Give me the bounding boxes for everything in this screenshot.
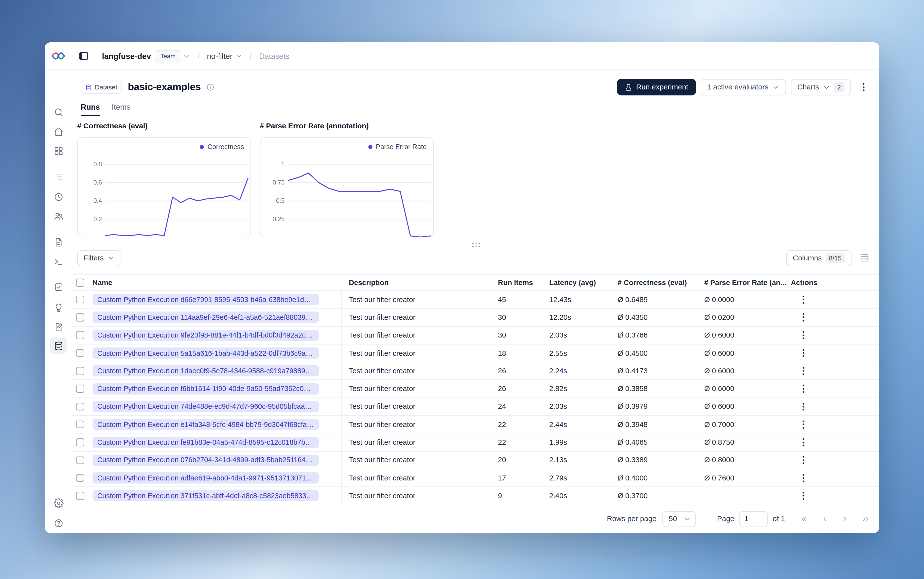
resize-drag-handle[interactable] <box>470 241 482 250</box>
next-page-button[interactable] <box>837 511 853 527</box>
scores-icon[interactable] <box>50 299 67 316</box>
latency-value: 2.79s <box>549 474 618 482</box>
chevron-down-icon <box>823 83 830 91</box>
parse-error-value: Ø 0.6000 <box>704 384 791 393</box>
run-name-link[interactable]: Custom Python Execution fe91b83e-04a5-47… <box>92 437 319 448</box>
tab-items[interactable]: Items <box>112 103 130 116</box>
charts-dropdown[interactable]: Charts 2 <box>791 79 851 95</box>
run-name-link[interactable]: Custom Python Execution 74de488e-ec9d-47… <box>92 401 319 412</box>
row-actions-button[interactable] <box>796 311 810 324</box>
row-checkbox[interactable] <box>76 349 84 357</box>
tracing-icon[interactable] <box>50 168 67 185</box>
runs-table: Name Description Run Items Latency (avg)… <box>72 275 880 505</box>
evaluators-dropdown[interactable]: 1 active evaluators <box>701 79 786 95</box>
row-checkbox[interactable] <box>76 331 84 339</box>
search-icon[interactable] <box>50 104 67 120</box>
run-name-link[interactable]: Custom Python Execution 114aa9ef-29e6-4e… <box>92 312 319 323</box>
table-body: Custom Python Execution d66e7991-8595-45… <box>72 291 880 505</box>
tab-runs[interactable]: Runs <box>80 103 100 116</box>
row-actions-button[interactable] <box>796 417 810 432</box>
rows-per-page-value: 50 <box>669 515 677 523</box>
team-badge: Team <box>156 50 180 62</box>
breadcrumb-section[interactable]: Datasets <box>259 51 290 61</box>
run-name-link[interactable]: Custom Python Execution f6bb1614-1f90-40… <box>92 383 319 394</box>
sessions-icon[interactable] <box>50 188 67 205</box>
table-row: Custom Python Execution 371f531c-abff-4d… <box>72 487 880 505</box>
breadcrumb-project[interactable]: langfuse-dev <box>102 51 151 61</box>
row-checkbox[interactable] <box>76 456 84 464</box>
run-name-link[interactable]: Custom Python Execution 9fe23f98-881e-44… <box>92 330 319 341</box>
run-description: Test our filter creator <box>342 420 498 429</box>
row-checkbox[interactable] <box>76 474 84 482</box>
row-checkbox[interactable] <box>76 296 84 304</box>
row-checkbox[interactable] <box>76 420 84 429</box>
table-row: Custom Python Execution adfae619-abb0-4d… <box>72 469 880 487</box>
more-options-button[interactable] <box>856 79 871 95</box>
row-checkbox[interactable] <box>76 313 84 321</box>
row-actions-button[interactable] <box>796 364 810 378</box>
info-icon[interactable] <box>206 83 214 91</box>
row-checkbox[interactable] <box>76 492 84 500</box>
correctness-value: Ø 0.4350 <box>618 313 704 321</box>
row-actions-button[interactable] <box>796 293 810 306</box>
breadcrumb-environment[interactable]: no-filter <box>207 51 233 61</box>
row-actions-button[interactable] <box>796 489 810 503</box>
pagination-controls <box>796 511 873 527</box>
legend-label: Parse Error Rate <box>376 143 426 150</box>
columns-button[interactable]: Columns 8/15 <box>786 250 852 266</box>
run-items-value: 26 <box>498 384 549 393</box>
home-icon[interactable] <box>50 123 67 140</box>
latency-value: 2.40s <box>549 492 618 500</box>
correctness-value: Ø 0.3766 <box>618 331 704 339</box>
row-checkbox[interactable] <box>76 438 84 446</box>
annotation-icon[interactable] <box>50 319 67 335</box>
dashboards-icon[interactable] <box>50 142 67 159</box>
evaluation-icon[interactable] <box>50 279 67 295</box>
row-actions-button[interactable] <box>796 346 810 360</box>
correctness-chart: 0.80.60.40.2 <box>78 138 251 237</box>
chevron-down-icon[interactable] <box>235 52 242 60</box>
langfuse-logo-icon <box>51 51 66 61</box>
run-items-value: 18 <box>498 349 549 357</box>
last-page-button[interactable] <box>857 511 873 527</box>
filters-button[interactable]: Filters <box>77 250 121 266</box>
chevron-down-icon[interactable] <box>183 52 190 60</box>
first-page-button[interactable] <box>796 511 812 527</box>
legend-dot <box>200 145 204 149</box>
settings-icon[interactable] <box>50 495 67 511</box>
row-checkbox[interactable] <box>76 385 84 393</box>
run-name-link[interactable]: Custom Python Execution 076b2704-341d-48… <box>92 455 319 466</box>
parse-error-chart-card: 10.750.50.25 Parse Error Rate <box>260 137 434 237</box>
dataset-type-badge: Dataset <box>80 80 122 93</box>
row-actions-button[interactable] <box>796 382 810 396</box>
run-experiment-button[interactable]: Run experiment <box>617 79 696 95</box>
table-view-icon[interactable] <box>856 250 873 266</box>
row-actions-button[interactable] <box>796 453 810 467</box>
select-all-checkbox[interactable] <box>76 279 84 286</box>
correctness-value: Ø 0.4173 <box>618 367 704 375</box>
playground-icon[interactable] <box>50 253 67 270</box>
row-actions-button[interactable] <box>796 471 810 485</box>
run-name-link[interactable]: Custom Python Execution 1daec0f9-5e78-43… <box>92 365 319 376</box>
prompts-icon[interactable] <box>50 234 67 250</box>
previous-page-button[interactable] <box>816 511 832 527</box>
chart-legend: Parse Error Rate <box>368 143 426 150</box>
run-name-link[interactable]: Custom Python Execution 5a15a616-1bab-44… <box>92 347 319 358</box>
sidebar-toggle-icon[interactable] <box>79 51 89 61</box>
row-actions-button[interactable] <box>796 435 810 449</box>
row-checkbox[interactable] <box>76 367 84 375</box>
users-icon[interactable] <box>50 208 67 224</box>
page-number-input[interactable] <box>739 511 768 527</box>
rows-per-page-select[interactable]: 50 <box>662 511 696 527</box>
run-name-link[interactable]: Custom Python Execution d66e7991-8595-45… <box>92 294 319 305</box>
datasets-icon[interactable] <box>50 337 67 354</box>
column-header-correctness: # Correctness (eval) <box>618 279 704 287</box>
run-name-link[interactable]: Custom Python Execution e14fa348-5cfc-49… <box>92 419 319 430</box>
support-icon[interactable] <box>50 515 67 531</box>
run-name-link[interactable]: Custom Python Execution 371f531c-abff-4d… <box>92 490 319 501</box>
y-axis-tick-label: 0.8 <box>93 160 102 168</box>
row-actions-button[interactable] <box>796 328 810 342</box>
run-name-link[interactable]: Custom Python Execution adfae619-abb0-4d… <box>92 472 319 483</box>
row-actions-button[interactable] <box>796 400 810 414</box>
row-checkbox[interactable] <box>76 402 84 411</box>
